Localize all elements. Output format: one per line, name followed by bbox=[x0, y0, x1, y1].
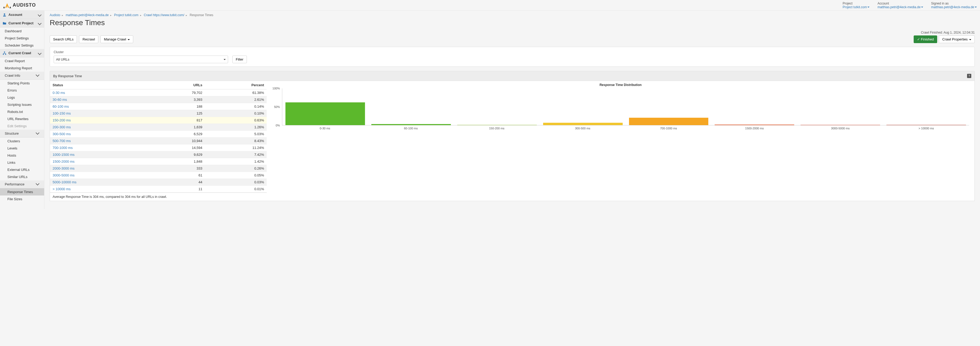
sidebar-sub-performance[interactable]: Performance bbox=[0, 180, 44, 188]
sidebar-item-scripting[interactable]: Scripting Issues bbox=[0, 101, 44, 108]
sidebar-section-project[interactable]: Current Project bbox=[0, 19, 44, 27]
recrawl-button[interactable]: Recrawl bbox=[79, 35, 98, 43]
chart-bar[interactable] bbox=[886, 125, 966, 125]
status-link[interactable]: 200-300 ms bbox=[52, 125, 71, 129]
chart-bar[interactable] bbox=[715, 124, 794, 125]
sidebar-item-crawl-report[interactable]: Crawl Report bbox=[0, 57, 44, 65]
status-link[interactable]: 1000-1500 ms bbox=[52, 153, 75, 156]
sidebar-item-robots[interactable]: Robots.txt bbox=[0, 108, 44, 115]
chart-bar[interactable] bbox=[457, 125, 537, 125]
caret-down-icon bbox=[867, 6, 870, 8]
y-tick-label: 0% bbox=[276, 124, 280, 127]
status-link[interactable]: 60-100 ms bbox=[52, 105, 69, 108]
chevron-down-icon bbox=[38, 21, 41, 25]
person-icon bbox=[3, 13, 6, 17]
caret-down-icon bbox=[128, 39, 130, 40]
sidebar-item-errors[interactable]: Errors bbox=[0, 87, 44, 94]
topbar-account[interactable]: Account matthias.petri@4eck-media.de bbox=[877, 2, 923, 9]
status-link[interactable]: 100-150 ms bbox=[52, 112, 71, 115]
table-row: 1000-1500 ms9,6297.42% bbox=[50, 151, 267, 158]
cell-urls: 1,639 bbox=[150, 124, 205, 131]
status-link[interactable]: 30-60 ms bbox=[52, 97, 67, 102]
sidebar-item-response-times[interactable]: Response Times bbox=[0, 188, 44, 196]
topbar-project[interactable]: Project Project tutkit.com bbox=[843, 2, 870, 9]
sidebar-item-project-settings[interactable]: Project Settings bbox=[0, 35, 44, 42]
audisto-logo-icon bbox=[3, 2, 11, 8]
chart-bar[interactable] bbox=[543, 123, 623, 125]
filter-button[interactable]: Filter bbox=[232, 56, 247, 63]
cluster-panel: Cluster All URLs Filter bbox=[50, 47, 975, 67]
status-link[interactable]: 0-30 ms bbox=[52, 91, 65, 95]
sidebar-item-hosts[interactable]: Hosts bbox=[0, 152, 44, 159]
finished-badge[interactable]: Finished bbox=[914, 35, 937, 43]
manage-crawl-button[interactable]: Manage Crawl bbox=[100, 35, 133, 43]
search-urls-button[interactable]: Search URLs bbox=[50, 35, 77, 43]
table-row: 150-200 ms8170.63% bbox=[50, 117, 267, 124]
brand[interactable]: AUDISTO bbox=[3, 2, 36, 8]
caret-down-icon bbox=[969, 39, 971, 40]
topbar: AUDISTO Project Project tutkit.com Accou… bbox=[0, 0, 980, 11]
sidebar-item-dashboard[interactable]: Dashboard bbox=[0, 27, 44, 35]
sidebar-item-monitoring[interactable]: Monitoring Report bbox=[0, 65, 44, 72]
cell-percent: 0.01% bbox=[205, 186, 267, 193]
sidebar-item-similar[interactable]: Similar URLs bbox=[0, 173, 44, 180]
sidebar-item-file-sizes[interactable]: File Sizes bbox=[0, 196, 44, 202]
chart-bar[interactable] bbox=[371, 124, 451, 125]
help-icon[interactable]: ? bbox=[967, 74, 971, 78]
cell-percent: 5.03% bbox=[205, 131, 267, 137]
sidebar-item-links[interactable]: Links bbox=[0, 159, 44, 166]
breadcrumb-1[interactable]: matthias.petri@4eck-media.de bbox=[65, 13, 109, 17]
sidebar-item-edit-settings: Edit Settings bbox=[0, 123, 44, 130]
status-link[interactable]: 1500-2000 ms bbox=[52, 159, 75, 163]
cell-urls: 11 bbox=[150, 186, 205, 193]
chevron-down-icon bbox=[36, 182, 40, 185]
breadcrumb-3[interactable]: Crawl https://www.tutkit.com/ bbox=[144, 13, 184, 17]
status-link[interactable]: 3000-5000 ms bbox=[52, 173, 75, 177]
svg-rect-4 bbox=[4, 51, 5, 53]
topbar-user[interactable]: Signed in as matthias.petri@4eck-media.d… bbox=[931, 2, 977, 9]
status-link[interactable]: 150-200 ms bbox=[52, 118, 71, 122]
svg-rect-5 bbox=[3, 54, 4, 55]
page-title: Response Times bbox=[50, 19, 975, 27]
status-link[interactable]: > 10000 ms bbox=[52, 187, 70, 191]
sidebar-section-crawl[interactable]: Current Crawl bbox=[0, 49, 44, 57]
status-link[interactable]: 700-1000 ms bbox=[52, 146, 73, 150]
cell-percent: 2.61% bbox=[205, 96, 267, 103]
breadcrumb-0[interactable]: Audisto bbox=[50, 13, 60, 17]
cell-percent: 0.26% bbox=[205, 165, 267, 172]
cell-percent: 0.05% bbox=[205, 172, 267, 179]
sidebar-sub-crawl-info[interactable]: Crawl Info bbox=[0, 72, 44, 80]
chart-bar[interactable] bbox=[629, 118, 709, 125]
sidebar-item-logs[interactable]: Logs bbox=[0, 94, 44, 101]
chart-bar[interactable] bbox=[285, 102, 365, 125]
caret-down-icon bbox=[224, 59, 226, 60]
sidebar-item-external[interactable]: External URLs bbox=[0, 166, 44, 173]
status-link[interactable]: 2000-3000 ms bbox=[52, 166, 75, 171]
cell-percent: 0.10% bbox=[205, 110, 267, 117]
cell-urls: 188 bbox=[150, 103, 205, 110]
sidebar-item-levels[interactable]: Levels bbox=[0, 145, 44, 152]
breadcrumb-4: Response Times bbox=[190, 13, 213, 17]
sidebar-item-scheduler[interactable]: Scheduler Settings bbox=[0, 42, 44, 49]
sidebar-item-starting-points[interactable]: Starting Points bbox=[0, 80, 44, 87]
svg-marker-2 bbox=[10, 6, 11, 8]
breadcrumb-2[interactable]: Project tutkit.com bbox=[114, 13, 138, 17]
sidebar-item-clusters[interactable]: Clusters bbox=[0, 137, 44, 145]
status-link[interactable]: 5000-10000 ms bbox=[52, 180, 76, 184]
crawl-properties-button[interactable]: Crawl Properties bbox=[939, 35, 975, 43]
sidebar-sub-structure[interactable]: Structure bbox=[0, 130, 44, 137]
x-tick-label: 150-200 ms bbox=[454, 127, 540, 130]
cell-percent: 11.24% bbox=[205, 144, 267, 151]
status-link[interactable]: 500-700 ms bbox=[52, 139, 71, 143]
cluster-select[interactable]: All URLs bbox=[54, 56, 228, 63]
folder-icon bbox=[3, 21, 6, 25]
sidebar-section-account[interactable]: Account bbox=[0, 11, 44, 19]
table-row: 3000-5000 ms610.05% bbox=[50, 172, 267, 179]
chart: Response Time Distribution 0%50%100% 0-3… bbox=[267, 81, 974, 201]
cell-percent: 0.03% bbox=[205, 179, 267, 186]
average-text: Average Response Time is 304 ms, compare… bbox=[50, 193, 267, 201]
sidebar-item-rewrites[interactable]: URL Rewrites bbox=[0, 115, 44, 123]
status-link[interactable]: 300-500 ms bbox=[52, 132, 71, 136]
chart-bar[interactable] bbox=[800, 125, 880, 125]
th-percent: Percent bbox=[205, 81, 267, 89]
